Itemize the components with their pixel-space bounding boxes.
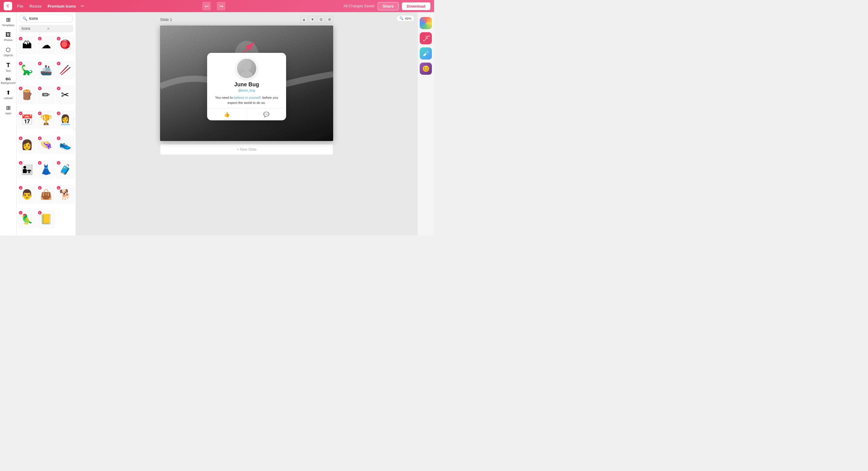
icon-cell-20[interactable]: ♦🐕 <box>56 185 74 204</box>
right-app-palette[interactable] <box>420 17 432 29</box>
avatar-wrap <box>207 53 286 79</box>
icon-cell-14[interactable]: ♦👟 <box>56 136 74 154</box>
premium-badge-13: ♦ <box>38 137 41 140</box>
undo-button[interactable]: ↩ <box>202 2 211 10</box>
text-icon: T <box>6 62 10 69</box>
canvas-area: 🔍 49% Slide 1 ▲ ▼ ⧉ ⊕ <box>76 12 417 235</box>
slide-down-button[interactable]: ▼ <box>309 16 316 23</box>
premium-badge-10: ♦ <box>38 112 41 115</box>
apps-label: Apps <box>5 112 11 115</box>
icon-cell-16[interactable]: ♦👗 <box>37 160 56 179</box>
icon-cell-9[interactable]: ♦📅 <box>18 111 36 129</box>
upload-icon: ⬆ <box>6 89 11 96</box>
icon-cell-4[interactable]: ♦🚢 <box>37 61 56 79</box>
topbar-center: ↩ ↪ <box>89 2 339 10</box>
resize-menu[interactable]: Resize <box>29 4 41 8</box>
sidebar-item-upload[interactable]: ⬆ Upload <box>1 88 16 101</box>
new-slide-button[interactable]: + New Slide <box>160 144 333 155</box>
icon-emoji-5: 🥢 <box>59 64 71 76</box>
sidebar-item-objects[interactable]: ⬡ Objects <box>1 45 16 59</box>
collapse-panel-button[interactable]: ‹ <box>73 119 76 129</box>
icon-cell-21[interactable]: ♦🦜 <box>18 210 36 229</box>
premium-badge-0: ♦ <box>19 37 23 40</box>
app-logo[interactable]: C <box>4 2 12 10</box>
background-label: Background <box>1 82 16 85</box>
zoom-label: 49% <box>405 17 411 20</box>
sidebar-item-photos[interactable]: 🖼 Photos <box>1 30 16 43</box>
premium-badge-16: ♦ <box>38 161 41 165</box>
premium-badge-6: ♦ <box>19 87 23 90</box>
right-app-sticker[interactable]: 😊 <box>420 63 432 75</box>
title-label: Premium Icons <box>48 4 76 8</box>
icon-emoji-7: ✏ <box>42 89 50 100</box>
search-input[interactable] <box>29 17 75 21</box>
icon-cell-1[interactable]: ♦☁ <box>37 36 56 54</box>
slide-up-button[interactable]: ▲ <box>300 16 308 23</box>
file-menu[interactable]: File <box>17 4 23 8</box>
icon-cell-6[interactable]: ♦🪵 <box>18 86 36 104</box>
search-bar[interactable]: 🔍 ⊟ <box>19 14 73 23</box>
right-sidebar: 𝓕 🖌 😊 <box>417 12 434 235</box>
icon-emoji-8: ✂ <box>61 89 69 100</box>
topbar: C File Resize Premium Icons ✏ ↩ ↪ All Ch… <box>0 0 434 12</box>
icon-cell-15[interactable]: ♦👨‍👧 <box>18 160 36 179</box>
zoom-indicator[interactable]: 🔍 49% <box>397 15 414 22</box>
icon-emoji-15: 👨‍👧 <box>21 164 33 175</box>
icon-cell-12[interactable]: ♦👩 <box>18 136 36 154</box>
edit-icon[interactable]: ✏ <box>81 4 85 8</box>
premium-badge-3: ♦ <box>19 62 23 65</box>
sidebar-item-background[interactable]: BG Background <box>1 76 16 86</box>
share-button[interactable]: Share <box>377 2 399 10</box>
quote-prefix: You need to <box>215 96 234 99</box>
icon-emoji-3: 🦕 <box>21 64 33 76</box>
right-app-brush[interactable]: 🖌 <box>420 48 432 60</box>
icons-panel: 🔍 ⊟ Icons × ♦🏔♦☁♦🪀♦🦕♦🚢♦🥢♦🪵♦✏♦✂♦📅♦🏆♦👩‍💼♦👩… <box>17 12 76 235</box>
photos-label: Photos <box>4 38 12 41</box>
icon-emoji-14: 👟 <box>59 139 71 150</box>
slide-canvas: June Bug @june_bug You need to believe i… <box>160 26 333 141</box>
card-quote: You need to believe in yourself, before … <box>212 95 281 105</box>
icon-cell-17[interactable]: ♦🧳 <box>56 160 74 179</box>
icon-emoji-12: 👩 <box>21 139 33 150</box>
icon-emoji-2: 🪀 <box>59 39 71 51</box>
avatar <box>236 58 257 79</box>
icon-cell-19[interactable]: ♦👜 <box>37 185 56 204</box>
icon-cell-2[interactable]: ♦🪀 <box>56 36 74 54</box>
sidebar-item-text[interactable]: T Text <box>1 60 16 74</box>
premium-badge-9: ♦ <box>19 112 23 115</box>
icons-grid: ♦🏔♦☁♦🪀♦🦕♦🚢♦🥢♦🪵♦✏♦✂♦📅♦🏆♦👩‍💼♦👩♦👒♦👟♦👨‍👧♦👗♦🧳… <box>17 35 75 235</box>
sidebar-item-apps[interactable]: ⊞ Apps <box>1 103 16 117</box>
slide-copy-button[interactable]: ⧉ <box>317 16 325 23</box>
icon-cell-11[interactable]: ♦👩‍💼 <box>56 111 74 129</box>
icon-emoji-20: 🐕 <box>59 189 71 200</box>
icon-cell-22[interactable]: ♦📒 <box>37 210 56 229</box>
premium-badge-4: ♦ <box>38 62 41 65</box>
icon-cell-8[interactable]: ♦✂ <box>56 86 74 104</box>
icon-emoji-6: 🪵 <box>21 89 33 100</box>
icon-cell-18[interactable]: ♦👨 <box>18 185 36 204</box>
icon-emoji-17: 🧳 <box>59 164 71 175</box>
premium-badge-19: ♦ <box>38 186 41 189</box>
icon-cell-13[interactable]: ♦👒 <box>37 136 56 154</box>
comment-button[interactable]: 💬 <box>247 109 286 120</box>
icon-emoji-4: 🚢 <box>40 64 52 76</box>
icon-cell-5[interactable]: ♦🥢 <box>56 61 74 79</box>
slide-label: Slide 1 <box>160 17 172 22</box>
redo-button[interactable]: ↪ <box>217 2 225 10</box>
search-tag: Icons × <box>19 25 73 32</box>
close-tag-button[interactable]: × <box>47 26 71 31</box>
icon-cell-3[interactable]: ♦🦕 <box>18 61 36 79</box>
slide-add-button[interactable]: ⊕ <box>326 16 333 23</box>
like-button[interactable]: 👍 <box>207 109 247 120</box>
icon-cell-7[interactable]: ♦✏ <box>37 86 56 104</box>
download-button[interactable]: Download <box>402 2 430 10</box>
zoom-icon: 🔍 <box>399 17 404 20</box>
upload-label: Upload <box>4 97 13 100</box>
sidebar-item-templates[interactable]: ⊞ Templates <box>1 14 16 29</box>
templates-label: Templates <box>2 24 14 27</box>
right-app-font[interactable]: 𝓕 <box>420 32 432 45</box>
objects-label: Objects <box>4 54 13 57</box>
card-name: June Bug <box>207 82 286 88</box>
icon-cell-0[interactable]: ♦🏔 <box>18 36 36 54</box>
icon-cell-10[interactable]: ♦🏆 <box>37 111 56 129</box>
